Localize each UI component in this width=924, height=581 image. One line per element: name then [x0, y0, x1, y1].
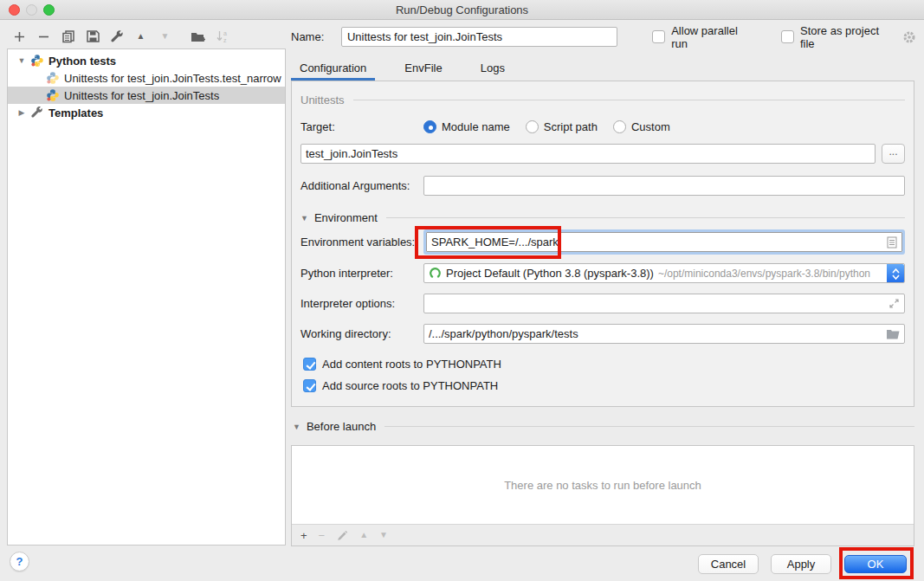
- interpreter-options-input[interactable]: [429, 297, 888, 310]
- module-name-row: ...: [300, 144, 905, 164]
- before-launch-title: Before launch: [307, 420, 376, 433]
- before-launch-toolbar: + − ▲ ▼: [292, 524, 914, 545]
- unittests-group-title: Unittests: [300, 94, 345, 107]
- tree-node-jointests-selected[interactable]: Unittests for test_join.JoinTests: [8, 87, 285, 104]
- svg-text:z: z: [223, 37, 227, 43]
- environment-variables-row: Environment variables:: [300, 229, 905, 255]
- target-script-path-label: Script path: [544, 120, 598, 133]
- combobox-stepper-icon[interactable]: [887, 264, 904, 283]
- target-module-name-radio[interactable]: [423, 120, 436, 133]
- add-content-roots-label: Add content roots to PYTHONPATH: [322, 358, 501, 371]
- before-launch-task-list: There are no tasks to run before launch …: [291, 445, 914, 546]
- copy-configuration-icon[interactable]: [61, 29, 75, 44]
- add-source-roots-checkbox[interactable]: [303, 379, 316, 392]
- chevron-down-icon[interactable]: ▼: [300, 214, 308, 223]
- chevron-down-icon[interactable]: ▼: [293, 423, 300, 431]
- tree-node-python-tests[interactable]: ▼ Python tests: [8, 52, 285, 69]
- move-up-icon[interactable]: ▲: [133, 29, 148, 44]
- unittests-group-header: Unittests: [300, 94, 905, 107]
- add-content-roots-checkbox[interactable]: [303, 358, 316, 371]
- configuration-panel: Unittests Target: Module name Script pat…: [291, 81, 914, 407]
- environment-section-header[interactable]: ▼ Environment: [300, 211, 905, 224]
- gear-icon[interactable]: [902, 30, 916, 44]
- chevron-down-icon[interactable]: ▼: [16, 56, 27, 65]
- help-button[interactable]: ?: [10, 552, 29, 571]
- divider: [386, 217, 905, 218]
- configurations-toolbar: ▲ ▼ az: [12, 28, 229, 45]
- interpreter-options-row: Interpreter options:: [300, 294, 905, 313]
- svg-text:a: a: [223, 30, 227, 36]
- remove-task-button: −: [319, 529, 326, 542]
- remove-configuration-button[interactable]: [36, 29, 51, 44]
- name-label: Name:: [291, 30, 341, 43]
- working-directory-input[interactable]: [429, 327, 886, 340]
- tree-node-label: Python tests: [48, 55, 116, 68]
- additional-arguments-field[interactable]: [423, 176, 905, 196]
- cancel-button[interactable]: Cancel: [698, 554, 759, 574]
- apply-button[interactable]: Apply: [771, 554, 831, 574]
- store-as-project-file-label: Store as project file: [800, 24, 896, 50]
- module-name-input[interactable]: [306, 147, 870, 160]
- tab-logs[interactable]: Logs: [472, 57, 514, 81]
- tree-node-test-narrow[interactable]: Unittests for test_join.JoinTests.test_n…: [8, 69, 285, 87]
- target-script-path-radio[interactable]: [526, 120, 539, 133]
- environment-variables-field[interactable]: [426, 232, 902, 252]
- additional-arguments-label: Additional Arguments:: [300, 179, 423, 192]
- browse-variables-icon[interactable]: [887, 236, 897, 249]
- tree-node-label: Unittests for test_join.JoinTests: [64, 89, 219, 102]
- title-bar: Run/Debug Configurations: [0, 0, 924, 20]
- divider: [353, 100, 905, 100]
- configurations-tree: ▼ Python tests Unittests for test_join.J…: [7, 48, 286, 545]
- allow-parallel-run-label: Allow parallel run: [671, 24, 757, 50]
- tab-configuration[interactable]: Configuration: [291, 57, 375, 81]
- chevron-right-icon[interactable]: ▶: [16, 108, 27, 117]
- add-source-roots-row: Add source roots to PYTHONPATH: [300, 379, 905, 392]
- interpreter-options-field[interactable]: [423, 294, 905, 313]
- environment-variables-focus-ring: [423, 229, 905, 255]
- ok-button[interactable]: OK: [844, 555, 907, 573]
- tab-envfile[interactable]: EnvFile: [396, 57, 450, 81]
- python-interpreter-row: Python interpreter: Project Default (Pyt…: [300, 263, 905, 283]
- save-configuration-icon[interactable]: [85, 29, 100, 44]
- target-custom-radio[interactable]: [613, 120, 626, 133]
- tree-node-label: Templates: [48, 107, 103, 119]
- tree-node-templates[interactable]: ▶ Templates: [8, 104, 285, 121]
- interpreter-options-label: Interpreter options:: [300, 297, 423, 310]
- target-custom-label: Custom: [631, 120, 670, 133]
- python-interpreter-value: Project Default (Python 3.8 (pyspark-3.8…: [446, 267, 654, 280]
- environment-variables-input[interactable]: [431, 236, 887, 249]
- add-content-roots-row: Add content roots to PYTHONPATH: [300, 358, 905, 371]
- move-task-down-icon: ▼: [379, 531, 388, 539]
- working-directory-row: Working directory:: [300, 324, 905, 344]
- python-interpreter-label: Python interpreter:: [300, 267, 423, 280]
- target-row: Target: Module name Script path Custom: [300, 120, 905, 133]
- python-interpreter-path: ~/opt/miniconda3/envs/pyspark-3.8/bin/py…: [658, 268, 870, 280]
- python-interpreter-combobox[interactable]: Project Default (Python 3.8 (pyspark-3.8…: [423, 263, 905, 283]
- additional-arguments-input[interactable]: [429, 179, 900, 192]
- edit-templates-wrench-icon[interactable]: [109, 29, 124, 44]
- additional-arguments-row: Additional Arguments:: [300, 176, 905, 196]
- before-launch-header[interactable]: ▼ Before launch: [293, 420, 914, 433]
- add-task-button[interactable]: +: [300, 529, 307, 542]
- browse-module-button[interactable]: ...: [882, 144, 905, 164]
- module-name-field[interactable]: [300, 144, 876, 164]
- folder-icon[interactable]: [886, 328, 900, 339]
- conda-environment-icon: [429, 267, 442, 280]
- add-configuration-button[interactable]: [12, 29, 27, 44]
- edit-task-pencil-icon: [336, 529, 348, 541]
- wrench-icon: [30, 106, 44, 119]
- sort-configurations-icon: az: [215, 29, 229, 44]
- window-title: Run/Debug Configurations: [0, 3, 924, 16]
- working-directory-field[interactable]: [423, 324, 905, 344]
- python-test-icon: [46, 71, 60, 85]
- environment-variables-label: Environment variables:: [300, 236, 423, 249]
- store-as-project-file-checkbox[interactable]: [781, 30, 794, 43]
- divider: [384, 426, 914, 427]
- add-source-roots-label: Add source roots to PYTHONPATH: [322, 379, 498, 392]
- move-task-up-icon: ▲: [359, 531, 368, 539]
- move-down-icon: ▼: [158, 29, 172, 44]
- expand-field-icon[interactable]: [888, 298, 900, 309]
- name-input[interactable]: [341, 27, 617, 47]
- new-folder-icon[interactable]: [191, 29, 205, 44]
- allow-parallel-run-checkbox[interactable]: [652, 30, 665, 43]
